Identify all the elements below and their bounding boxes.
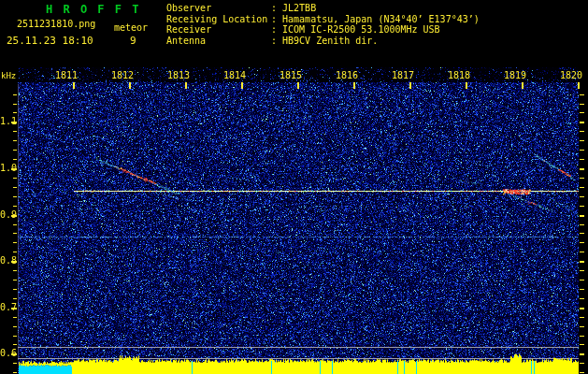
time-tick-label: 1814: [218, 70, 246, 80]
freq-tick-label: 1.1: [0, 116, 14, 126]
info-value: : JL2TBB: [271, 3, 316, 13]
info-value: : HB9CV Zenith dir.: [271, 36, 378, 46]
time-tick-label: 1816: [330, 70, 358, 80]
app-title: H R O F F T: [46, 3, 140, 16]
time-tick-label: 1820: [554, 70, 582, 80]
freq-tick-label: 0.6: [0, 348, 14, 358]
info-label: Observer: [166, 3, 271, 14]
info-value: : ICOM IC-R2500 53.1000MHz USB: [271, 24, 440, 35]
freq-tick-label: 0.8: [0, 255, 14, 266]
freq-axis-unit: kHz: [1, 71, 16, 80]
time-tick-label: 1818: [442, 70, 470, 80]
file-name: 2511231810.png: [17, 19, 95, 29]
freq-tick-label: 1.0: [0, 163, 14, 173]
freq-tick-label: 0.9: [0, 209, 14, 220]
time-tick-label: 1812: [106, 70, 134, 80]
time-tick-label: 1815: [274, 70, 302, 80]
station-info-row: Receiver: ICOM IC-R2500 53.1000MHz USB: [166, 24, 480, 36]
time-tick-label: 1817: [386, 70, 414, 80]
time-tick-label: 1819: [498, 70, 526, 80]
freq-tick-label: 0.7: [0, 302, 14, 312]
hrofft-window: H R O F F T 2511231810.png meteor 25.11.…: [0, 0, 588, 374]
station-info-row: Observer: JL2TBB: [166, 3, 480, 14]
spectrogram-canvas: [0, 0, 588, 374]
info-value: : Hamamatsu, Japan (N34°40’ E137°43’): [271, 14, 480, 24]
mode-label: meteor: [114, 22, 148, 33]
station-info-row: Receiving Location: Hamamatsu, Japan (N3…: [166, 14, 480, 25]
time-tick-label: 1813: [162, 70, 190, 80]
station-info-row: Antenna: HB9CV Zenith dir.: [166, 36, 480, 47]
info-label: Receiving Location: [166, 14, 271, 25]
info-label: Receiver: [166, 24, 271, 36]
info-label: Antenna: [166, 36, 271, 47]
time-tick-label: 1811: [50, 70, 78, 80]
datetime-label: 25.11.23 18:10: [7, 35, 93, 47]
meteor-count: 9: [130, 35, 136, 47]
station-info: Observer: JL2TBBReceiving Location: Hama…: [166, 3, 480, 46]
